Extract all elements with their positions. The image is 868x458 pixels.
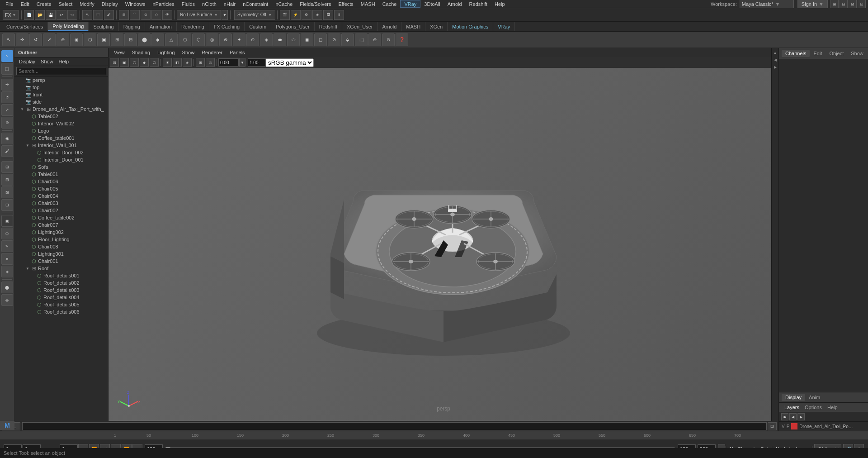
shelf-icon-13[interactable]: ⬠ [179, 33, 191, 46]
tab-animation[interactable]: Animation [145, 22, 177, 31]
shelf-icon-19[interactable]: ◈ [260, 33, 273, 46]
tree-item-front[interactable]: 📷 front [14, 91, 108, 98]
shelf-icon-9[interactable]: ⊟ [124, 33, 137, 46]
menu-edit[interactable]: Edit [17, 0, 33, 8]
tree-item-roof-details003[interactable]: ⬡ Roof_details003 [14, 286, 108, 294]
rp-icon-2[interactable]: ◀ [772, 57, 778, 63]
tab-layers[interactable]: Layers [782, 404, 802, 410]
tree-item-floor-lighting[interactable]: ⬡ Floor_Lighting [14, 236, 108, 243]
tab-xgen[interactable]: XGen [425, 22, 448, 31]
vp-menu-lighting[interactable]: Lighting [154, 48, 179, 57]
tree-item-interior-wall002[interactable]: ⬡ Interior_Wall002 [14, 120, 108, 127]
tab-arnold[interactable]: Arnold [378, 22, 402, 31]
open-scene-button[interactable]: 📂 [35, 10, 45, 20]
menu-fields-solvers[interactable]: Fields/Solvers [296, 0, 335, 8]
shelf-icon-25[interactable]: ⬙ [341, 33, 354, 46]
tree-item-chair002[interactable]: ⬡ Chair002 [14, 207, 108, 214]
tree-item-side[interactable]: 📷 side [14, 98, 108, 105]
shelf-scale[interactable]: ⤢ [43, 33, 56, 46]
select-tool[interactable]: ↖ [82, 10, 92, 20]
tool-move[interactable]: ✛ [1, 79, 13, 91]
search-input[interactable] [16, 67, 106, 75]
menu-3dtoall[interactable]: 3DtoAll [420, 0, 443, 8]
new-scene-button[interactable]: 📄 [24, 10, 34, 20]
tool-snap2[interactable]: ⊟ [1, 174, 13, 186]
tab-object[interactable]: Object [826, 50, 847, 57]
layout-button-2[interactable]: ⊟ [840, 0, 848, 9]
shelf-soft-select[interactable]: ◉ [70, 33, 83, 46]
menu-nhair[interactable]: nHair [220, 0, 239, 8]
menu-cache[interactable]: Cache [379, 0, 401, 8]
tree-item-table001[interactable]: ⬡ Table001 [14, 171, 108, 178]
tab-custom[interactable]: Custom [245, 22, 271, 31]
tree-item-interior-door002[interactable]: ⬡ Interior_Door_002 [14, 149, 108, 156]
tree-item-chair005[interactable]: ⬡ Chair005 [14, 185, 108, 192]
shelf-rotate[interactable]: ↺ [29, 33, 42, 46]
hypershade[interactable]: ◈ [312, 10, 322, 20]
tab-poly-modeling[interactable]: Poly Modeling [48, 22, 89, 31]
menu-effects[interactable]: Effects [335, 0, 357, 8]
shelf-icon-24[interactable]: ⊘ [328, 33, 340, 46]
shelf-icon-29[interactable]: ❓ [396, 33, 408, 46]
symmetry-button[interactable]: Symmetry: Off ▼ [234, 10, 275, 20]
camera-value-input[interactable] [218, 58, 239, 67]
mel-input[interactable] [22, 422, 767, 430]
layers-row[interactable]: V P Drone_and_Air_Taxi_Port_with_ [779, 422, 868, 431]
menu-ncloth[interactable]: nCloth [198, 0, 220, 8]
shelf-icon-23[interactable]: ◻ [314, 33, 327, 46]
render-view[interactable]: 🖼 [323, 10, 333, 20]
undo-button[interactable]: ↩ [57, 10, 66, 20]
tool-snap3[interactable]: ⊠ [1, 186, 13, 198]
tool-render-region[interactable]: ▣ [1, 215, 13, 227]
shelf-icon-7[interactable]: ▣ [97, 33, 110, 46]
tree-item-logo[interactable]: ⬡ Logo [14, 127, 108, 134]
tab-rigging[interactable]: Rigging [119, 22, 145, 31]
vp-shadow[interactable]: ◧ [173, 58, 182, 67]
menu-display[interactable]: Display [98, 0, 122, 8]
tab-show[interactable]: Show [847, 50, 867, 57]
menu-modify[interactable]: Modify [76, 0, 98, 8]
shelf-icon-18[interactable]: ⊙ [246, 33, 259, 46]
menu-mash[interactable]: MASH [357, 0, 379, 8]
tab-options-rp[interactable]: Options [802, 404, 825, 410]
tab-help-rp[interactable]: Help [825, 404, 840, 410]
tree-item-lighting002[interactable]: ⬡ Lighting002 [14, 229, 108, 236]
tool-grease-pencil[interactable]: ✎ [1, 240, 13, 252]
mode-dropdown[interactable]: FX ▼ [3, 10, 19, 20]
menu-vray[interactable]: VRay [400, 0, 420, 8]
live-surface-options[interactable]: ▼ [222, 10, 228, 20]
rp-fwd-btn[interactable]: ▶ [797, 413, 805, 420]
live-surface-button[interactable]: No Live Surface ▼ [177, 10, 221, 20]
vp-snap-mode[interactable]: ◎ [206, 58, 215, 67]
layout-button-4[interactable]: ⊡ [858, 0, 866, 9]
tool-snap[interactable]: ⊞ [1, 161, 13, 173]
tab-vray[interactable]: VRay [493, 22, 515, 31]
shelf-icon-22[interactable]: ◼ [301, 33, 313, 46]
outliner-menu-help[interactable]: Help [56, 58, 72, 65]
tool-paint-effects[interactable]: ⬡ [1, 228, 13, 239]
tree-item-roof-details004[interactable]: ⬡ Roof_details004 [14, 294, 108, 301]
pause-btn[interactable]: ⏸ [334, 10, 344, 20]
tree-item-roof-details005[interactable]: ⬡ Roof_details005 [14, 301, 108, 308]
tab-xgen-user[interactable]: XGen_User [342, 22, 377, 31]
menu-file[interactable]: File [2, 0, 17, 8]
shelf-icon-6[interactable]: ⬡ [84, 33, 96, 46]
tab-display[interactable]: Display [782, 394, 805, 401]
tab-curves-surfaces[interactable]: Curves/Surfaces [2, 22, 48, 31]
tree-item-interior-wall001[interactable]: ▼ ⊞ Interior_Wall_001 [14, 142, 108, 149]
menu-select[interactable]: Select [55, 0, 76, 8]
menu-ncache[interactable]: nCache [272, 0, 296, 8]
shelf-icon-11[interactable]: ◆ [151, 33, 164, 46]
menu-windows[interactable]: Windows [122, 0, 149, 8]
tree-item-roof[interactable]: ▼ ⊞ Roof [14, 265, 108, 272]
tree-item-coffee-table002[interactable]: ⬡ Coffee_table002 [14, 214, 108, 221]
snap-curve[interactable]: ⌒ [130, 10, 140, 20]
tool-lasso[interactable]: ⬚ [1, 63, 13, 75]
vp-cam-option[interactable]: ▼ [239, 58, 245, 67]
tab-mash[interactable]: MASH [401, 22, 425, 31]
tab-channels[interactable]: Channels [782, 50, 810, 57]
vp-lighting-mode[interactable]: ☀ [163, 58, 172, 67]
shelf-icon-10[interactable]: ⬤ [138, 33, 151, 46]
vp-menu-panels[interactable]: Panels [226, 48, 249, 57]
tab-motion-graphics[interactable]: Motion Graphics [448, 22, 493, 31]
